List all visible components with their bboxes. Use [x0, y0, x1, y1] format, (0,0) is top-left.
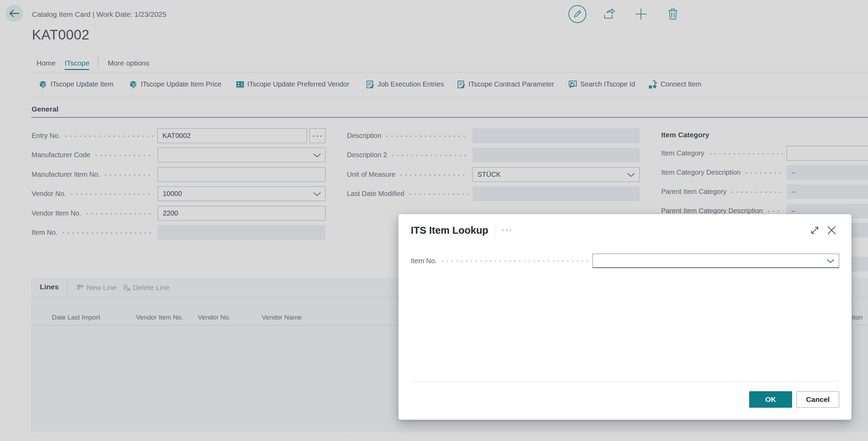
ok-button[interactable]: OK	[749, 391, 792, 408]
dialog-close-button[interactable]	[826, 225, 837, 236]
close-icon	[827, 225, 836, 235]
dialog-buttons: OK Cancel	[749, 391, 839, 408]
dialog-header: ITS Item Lookup ···	[411, 223, 837, 237]
expand-icon	[810, 225, 820, 235]
dialog-item-no-label: Item No.	[411, 257, 437, 265]
dialog-item-no-combobox[interactable]	[593, 254, 839, 268]
dialog-footer-separator	[411, 381, 839, 382]
dialog-field-row-item-no: Item No.	[411, 254, 839, 268]
cancel-button[interactable]: Cancel	[797, 391, 839, 408]
its-item-lookup-dialog: ITS Item Lookup ··· Item No. OK Cancel	[398, 214, 852, 420]
dotted-leader	[440, 260, 588, 262]
dialog-title: ITS Item Lookup	[411, 225, 488, 236]
chevron-down-icon	[826, 259, 835, 263]
dialog-more-options-button[interactable]: ···	[502, 225, 513, 236]
dialog-expand-button[interactable]	[809, 225, 820, 236]
dialog-item-no-input[interactable]	[593, 254, 839, 267]
dialog-title-separator	[496, 224, 496, 236]
